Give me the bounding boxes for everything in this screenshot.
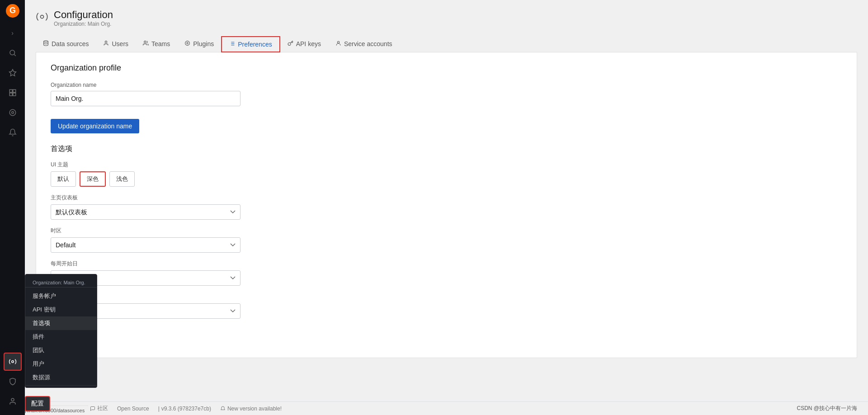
home-dashboard-field: 主页仪表板 默认仪表板 (51, 194, 842, 220)
sidebar: G › (0, 0, 25, 415)
sidebar-item-explore[interactable] (4, 104, 22, 122)
theme-dark-button[interactable]: 深色 (80, 171, 106, 187)
tab-service-accounts[interactable]: Service accounts (328, 36, 400, 52)
context-menu-teams[interactable]: 团队 (25, 344, 97, 357)
footer-community[interactable]: 社区 (90, 405, 108, 412)
sidebar-item-search[interactable] (4, 44, 22, 62)
service-accounts-icon (335, 40, 341, 47)
week-start-label: 每周开始日 (51, 260, 842, 268)
page-header-text: Configuration Organization: Main Org. (54, 9, 113, 27)
svg-point-12 (41, 15, 44, 19)
footer-community-label: 社区 (97, 405, 108, 412)
org-name-field: Organization name (51, 82, 842, 106)
svg-point-8 (9, 109, 16, 116)
sidebar-item-dashboards[interactable] (4, 84, 22, 102)
theme-light-button[interactable]: 浅色 (109, 171, 135, 187)
ui-theme-field: UI 主题 默认 深色 浅色 (51, 161, 842, 187)
svg-point-15 (144, 41, 146, 43)
teams-icon (143, 40, 149, 47)
svg-marker-3 (9, 70, 16, 76)
footer-new-version-label: New version available! (227, 406, 282, 412)
config-badge[interactable]: 配置 (25, 396, 50, 411)
context-menu: Organization: Main Org. 服务帐户 API 密钥 首选项 … (25, 274, 97, 388)
preferences-icon (229, 41, 235, 48)
org-profile-title: Organization profile (51, 63, 842, 73)
preferences-section-title: 首选项 (51, 144, 842, 154)
users-icon (103, 40, 109, 47)
tab-preferences[interactable]: Preferences (221, 36, 280, 52)
svg-point-16 (185, 41, 190, 46)
content-area: Configuration Organization: Main Org. Da… (25, 0, 868, 401)
home-dashboard-label: 主页仪表板 (51, 194, 842, 202)
context-menu-header: Organization: Main Org. (25, 276, 97, 288)
page-header: Configuration Organization: Main Org. (36, 9, 857, 27)
sidebar-item-shield[interactable] (4, 373, 22, 391)
svg-text:G: G (9, 6, 15, 15)
svg-point-24 (337, 41, 339, 43)
svg-point-14 (105, 41, 107, 43)
svg-rect-4 (9, 90, 12, 92)
footer: 支持 支持 社区 Open Source | v9.3.6 (978237e7c… (25, 401, 868, 415)
home-dashboard-select[interactable]: 默认仪表板 (51, 204, 241, 220)
sidebar-item-profile[interactable] (4, 392, 22, 410)
config-icon (36, 10, 48, 26)
footer-open-source: Open Source (117, 406, 149, 412)
api-keys-icon (288, 40, 293, 47)
footer-new-version[interactable]: New version available! (220, 406, 282, 412)
main-content: Configuration Organization: Main Org. Da… (25, 0, 868, 415)
plugins-icon (184, 40, 190, 47)
language-field: 语言 Beta 中文（简体） (51, 293, 842, 319)
svg-point-17 (187, 42, 188, 44)
svg-point-9 (11, 112, 14, 114)
context-menu-preferences[interactable]: 首选项 (25, 316, 97, 330)
app-logo[interactable]: G (5, 4, 20, 19)
footer-version-label: | (158, 406, 160, 412)
org-profile-section: Organization profile Organization name U… (51, 63, 842, 133)
update-org-name-button[interactable]: Update organization name (51, 119, 139, 133)
week-start-field: 每周开始日 Default (51, 260, 842, 286)
page-title: Configuration (54, 9, 113, 21)
tab-data-sources[interactable]: Data sources (36, 36, 96, 52)
svg-point-10 (11, 361, 14, 363)
tab-teams[interactable]: Teams (136, 36, 177, 52)
context-menu-plugins[interactable]: 插件 (25, 330, 97, 344)
svg-rect-7 (13, 93, 15, 96)
tab-users[interactable]: Users (96, 36, 136, 52)
tabs-container: Data sources Users Teams Plugins (36, 36, 857, 52)
context-menu-service-accounts[interactable]: 服务帐户 (25, 289, 97, 303)
sidebar-item-alerting[interactable] (4, 123, 22, 141)
svg-rect-6 (9, 93, 12, 96)
timezone-select[interactable]: Default (51, 237, 241, 253)
theme-default-button[interactable]: 默认 (51, 171, 76, 187)
footer-watermark: CSDN @技心中有一片海 (797, 405, 857, 412)
svg-rect-5 (13, 90, 15, 92)
tab-api-keys[interactable]: API keys (280, 36, 328, 52)
sidebar-toggle[interactable]: › (4, 24, 22, 42)
org-name-input[interactable] (51, 91, 241, 106)
theme-buttons-group: 默认 深色 浅色 (51, 171, 842, 187)
context-menu-data-sources[interactable]: 数据源 (25, 371, 97, 386)
sidebar-item-starred[interactable] (4, 64, 22, 82)
footer-version: | v9.3.6 (978237e7cb) (158, 406, 211, 412)
context-menu-users[interactable]: 用户 (25, 357, 97, 371)
svg-point-13 (44, 41, 48, 42)
tab-plugins[interactable]: Plugins (177, 36, 221, 52)
timezone-field: 时区 Default (51, 227, 842, 253)
data-sources-icon (43, 40, 49, 47)
sidebar-item-config[interactable] (4, 353, 22, 371)
page-subtitle: Organization: Main Org. (54, 21, 113, 27)
footer-version-number: v9.3.6 (978237e7cb) (161, 406, 211, 412)
org-name-label: Organization name (51, 82, 842, 88)
context-menu-api-keys[interactable]: API 密钥 (25, 303, 97, 316)
svg-point-2 (10, 50, 15, 55)
footer-open-source-label: Open Source (117, 406, 149, 412)
content-panel: Organization profile Organization name U… (36, 52, 857, 358)
timezone-label: 时区 (51, 227, 842, 235)
ui-theme-label: UI 主题 (51, 161, 842, 169)
svg-point-11 (11, 398, 14, 401)
preferences-section: 首选项 UI 主题 默认 深色 浅色 主页仪表板 默认仪表板 (51, 144, 842, 347)
